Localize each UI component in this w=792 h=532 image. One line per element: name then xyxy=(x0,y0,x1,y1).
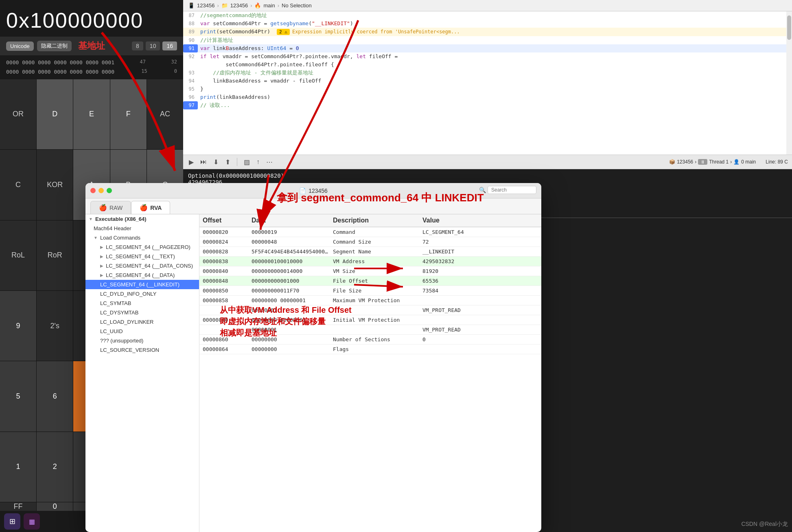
key-e[interactable]: E xyxy=(73,79,109,149)
code-line-89: 89 print(setCommond64Ptr) 2 ⚠Expression … xyxy=(183,28,792,36)
tree-item-dysymtab[interactable]: LC_DYSYMTAB xyxy=(85,308,199,317)
cell-desc-0838: VM Address xyxy=(333,258,422,264)
tree-arrow-text: ▶ xyxy=(100,254,103,259)
debug-play-btn[interactable]: ▶ xyxy=(187,157,195,167)
cell-val-0858 xyxy=(422,297,488,303)
key-c-dark[interactable]: C xyxy=(0,150,36,220)
key-f[interactable]: F xyxy=(110,79,147,149)
table-row-0848[interactable]: 00000848 000000000001000 File Offset 655… xyxy=(199,276,541,286)
cell-desc-0824: Command Size xyxy=(333,239,422,245)
key-or[interactable]: OR xyxy=(0,79,36,149)
line-num-87: 87 xyxy=(183,11,198,20)
key-ac[interactable]: AC xyxy=(147,79,183,149)
lldb-output1: Optional(0x0000000100000820) xyxy=(188,172,787,179)
key-ror[interactable]: RoR xyxy=(37,220,73,290)
bit-num-0: 0 xyxy=(174,67,177,76)
tree-item-uuid[interactable]: LC_UUID xyxy=(85,327,199,336)
tree-item-symtab[interactable]: LC_SYMTAB xyxy=(85,299,199,308)
data-table[interactable]: 00000820 00000019 Command LC_SEGMENT_64 … xyxy=(199,227,541,532)
key-rol[interactable]: RoL xyxy=(0,220,36,290)
table-row-0864[interactable]: 00000864 00000000 Flags xyxy=(199,344,541,354)
tab-rva[interactable]: 🍎 RVA xyxy=(131,201,170,214)
cell-data-0828: 5F5F4C494E4B45444954000… xyxy=(252,249,333,255)
tree-arrow-exec: ▼ xyxy=(89,217,93,221)
tree-item-source-version[interactable]: LC_SOURCE_VERSION xyxy=(85,345,199,355)
calc-display-value: 0x100000000 xyxy=(6,9,143,32)
cell-desc-0828: Segment Name xyxy=(333,249,422,255)
tree-label-text: LC_SEGMENT_64 (__TEXT) xyxy=(106,253,175,259)
xcode-breadcrumb: 📱 123456 › 📁 123456 › 🔥 main › No Select… xyxy=(183,0,792,11)
base-buttons: 8 10 16 xyxy=(132,41,177,50)
tree-item-text[interactable]: ▶ LC_SEGMENT_64 (__TEXT) xyxy=(85,252,199,261)
col-header-data: Data xyxy=(252,217,333,224)
hide-binary-btn[interactable]: 隐藏二进制 xyxy=(37,41,72,51)
table-row-0820[interactable]: 00000820 00000019 Command LC_SEGMENT_64 xyxy=(199,227,541,237)
cell-desc-0848: File Offset xyxy=(333,278,422,284)
line-num-95: 95 xyxy=(183,85,198,93)
tree-arrow-data-const: ▶ xyxy=(100,264,103,268)
breadcrumb-sep1: › xyxy=(217,2,219,9)
key-2s[interactable]: 2's xyxy=(37,291,73,361)
cell-desc-0820: Command xyxy=(333,229,422,235)
debug-more-btn[interactable]: ⋯ xyxy=(265,157,274,167)
debug-thread: Thread 1 xyxy=(709,159,729,165)
table-row-0838[interactable]: 00000838 0000000100010000 VM Address 429… xyxy=(199,257,541,266)
tree-label-source-version: LC_SOURCE_VERSION xyxy=(100,347,159,353)
unicode-btn[interactable]: Unicode xyxy=(6,41,34,51)
line-num-90: 90 xyxy=(183,36,198,44)
tree-item-pagezero[interactable]: ▶ LC_SEGMENT_64 (__PAGEZERO) xyxy=(85,242,199,252)
code-line-92: 92 if let vmaddr = setCommond64Ptr?.poin… xyxy=(183,52,792,61)
base-8-btn[interactable]: 8 xyxy=(132,41,143,50)
close-btn[interactable] xyxy=(90,188,96,193)
key-9[interactable]: 9 xyxy=(0,291,36,361)
key-0[interactable]: 0 xyxy=(37,502,73,511)
debug-share-btn[interactable]: ↑ xyxy=(255,157,261,166)
code-content-94: linkBaseAddress = vmaddr - fileOff xyxy=(198,77,792,85)
search-input[interactable] xyxy=(488,186,536,194)
base-10-btn[interactable]: 10 xyxy=(146,41,160,50)
tree-item-mach64[interactable]: Mach64 Header xyxy=(85,224,199,233)
key-6[interactable]: 6 xyxy=(37,361,73,431)
tab-raw[interactable]: 🍎 RAW xyxy=(90,201,131,214)
cell-offset-0840: 00000840 xyxy=(203,268,252,274)
tree-item-load-commands[interactable]: ▼ Load Commands xyxy=(85,233,199,242)
search-bar: 🔍 xyxy=(479,186,536,194)
cell-val-0864 xyxy=(422,346,488,352)
key-5[interactable]: 5 xyxy=(0,361,36,431)
tree-item-linkedit[interactable]: LC_SEGMENT_64 (__LINKEDIT) xyxy=(85,280,199,289)
tree-item-executable[interactable]: ▼ Executable (X86_64) xyxy=(85,214,199,224)
table-row-0828[interactable]: 00000828 5F5F4C494E4B45444954000… Segmen… xyxy=(199,247,541,257)
tree-item-unsupported[interactable]: ??? (unsupported) xyxy=(85,336,199,345)
debug-line-info: Line: 89 C xyxy=(766,159,788,165)
key-kor[interactable]: KOR xyxy=(37,150,73,220)
xcode-scrollbar[interactable] xyxy=(786,11,792,155)
xcode-code-editor[interactable]: 87 //segmentcommand的地址 88 var setCommond… xyxy=(183,11,792,155)
base-16-btn[interactable]: 16 xyxy=(162,41,177,50)
key-1[interactable]: 1 xyxy=(0,432,36,502)
debug-toolbar: ▶ ⏭ ⬇ ⬆ ▨ ↑ ⋯ 📦 123456 › ⏸ Thread 1 › 👤 … xyxy=(183,155,792,169)
tree-label-executable: Executable (X86_64) xyxy=(95,216,147,222)
code-line-92b: setCommond64Ptr?.pointee.fileoff { xyxy=(183,61,792,69)
table-row-0824[interactable]: 00000824 00000048 Command Size 72 xyxy=(199,237,541,247)
debug-vars-btn[interactable]: ▨ xyxy=(242,157,252,167)
debug-sep1 xyxy=(237,158,237,166)
tree-label-load-dylinker: LC_LOAD_DYLINKER xyxy=(100,319,154,325)
maximize-btn[interactable] xyxy=(107,188,112,193)
key-d[interactable]: D xyxy=(37,79,73,149)
tree-item-dyld-info[interactable]: LC_DYLD_INFO_ONLY xyxy=(85,289,199,299)
table-row-0850[interactable]: 00000850 000000000011F70 File Size 73584 xyxy=(199,286,541,296)
tree-item-data[interactable]: ▶ LC_SEGMENT_64 (__DATA) xyxy=(85,270,199,280)
debug-step-out-btn[interactable]: ⬆ xyxy=(223,157,232,167)
cell-desc-0850: File Size xyxy=(333,288,422,294)
binary-row-2: 0000 0000 0000 0000 0000 0000 0000 15 0 xyxy=(6,67,177,76)
key-2[interactable]: 2 xyxy=(37,432,73,502)
key-ff[interactable]: FF xyxy=(0,502,36,511)
tree-item-data-const[interactable]: ▶ LC_SEGMENT_64 (__DATA_CONS) xyxy=(85,261,199,270)
tree-item-load-dylinker[interactable]: LC_LOAD_DYLINKER xyxy=(85,317,199,327)
line-num-89: 89 xyxy=(183,28,198,36)
table-row-0840[interactable]: 00000840 0000000000014000 VM Size 81920 xyxy=(199,266,541,276)
minimize-btn[interactable] xyxy=(98,188,104,193)
bit-num-15: 15 xyxy=(141,67,147,76)
debug-step-over-btn[interactable]: ⏭ xyxy=(199,157,208,166)
debug-step-in-btn[interactable]: ⬇ xyxy=(212,157,220,167)
